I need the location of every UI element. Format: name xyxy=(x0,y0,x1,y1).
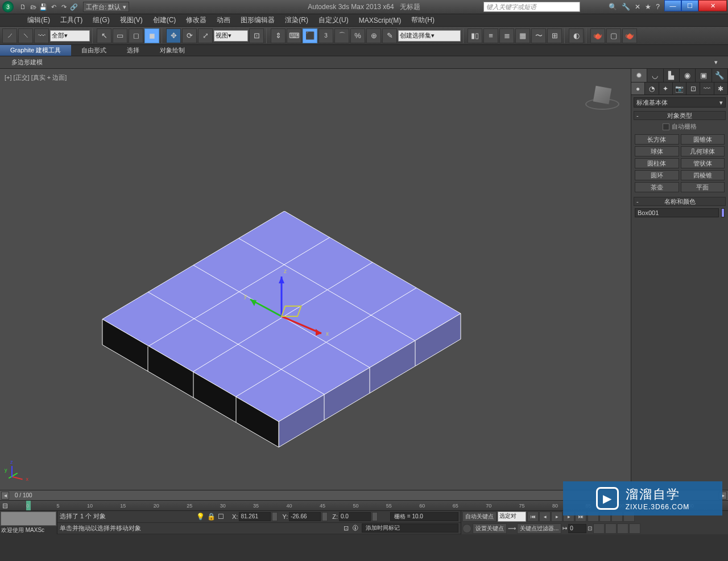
save-icon[interactable]: 💾 xyxy=(39,2,48,11)
select-region-icon[interactable]: ◻ xyxy=(129,28,143,43)
layer-manager-icon[interactable]: ≣ xyxy=(499,28,514,43)
select-manipulate-icon[interactable]: ⇕ xyxy=(271,28,286,43)
btn-box[interactable]: 长方体 xyxy=(635,134,679,145)
create-helpers-icon[interactable]: ⊡ xyxy=(686,82,700,94)
minimize-button[interactable]: — xyxy=(664,0,681,11)
play-icon[interactable]: ▸ xyxy=(551,512,562,522)
lock-selection-icon[interactable]: 💡 xyxy=(196,513,205,521)
btn-teapot[interactable]: 茶壶 xyxy=(635,182,679,192)
select-link-icon[interactable]: ⟋ xyxy=(2,28,17,43)
btn-geosphere[interactable]: 几何球体 xyxy=(681,146,725,156)
app-icon[interactable]: 3 xyxy=(2,1,14,13)
create-systems-icon[interactable]: ✱ xyxy=(714,82,728,94)
trackbar-toggle-icon[interactable]: ⊟ xyxy=(2,501,20,510)
setkey-circle-icon[interactable] xyxy=(462,524,471,533)
menu-animation[interactable]: 动画 xyxy=(212,14,235,26)
rollout-object-type[interactable]: 对象类型 xyxy=(634,111,726,120)
menu-group[interactable]: 组(G) xyxy=(88,14,114,26)
key-icon[interactable]: 🔧 xyxy=(622,3,630,11)
panel-tab-motion-icon[interactable]: ◉ xyxy=(680,69,696,82)
ribbon-tab-selection[interactable]: 选择 xyxy=(117,45,150,56)
search-icon[interactable]: 🔍 xyxy=(609,3,617,11)
select-object-icon[interactable]: ↖ xyxy=(97,28,111,43)
keyboard-shortcut-icon[interactable]: ⌨ xyxy=(287,28,301,43)
nav-maximize-icon[interactable] xyxy=(629,523,640,534)
named-selection-dropdown[interactable]: 创建选择集 ▾ xyxy=(398,30,461,42)
create-spacewarps-icon[interactable]: 〰 xyxy=(700,82,714,94)
menu-views[interactable]: 视图(V) xyxy=(115,14,147,26)
time-config-icon[interactable]: ⊡ xyxy=(588,525,592,531)
snaps-toggle-icon[interactable]: ⬛ xyxy=(303,28,317,43)
create-geometry-icon[interactable]: ● xyxy=(631,82,645,94)
rollout-name-color[interactable]: 名称和颜色 xyxy=(634,197,726,206)
material-preview-swatch[interactable] xyxy=(1,512,56,526)
spinner-x[interactable] xyxy=(272,512,278,521)
keymode-dropdown[interactable]: 选定对 xyxy=(498,512,526,522)
create-cameras-icon[interactable]: 📷 xyxy=(673,82,686,94)
window-crossing-icon[interactable]: ◼ xyxy=(144,28,159,43)
menu-help[interactable]: 帮助(H) xyxy=(407,14,439,26)
panel-tab-utilities-icon[interactable]: 🔧 xyxy=(712,69,728,82)
panel-tab-hierarchy-icon[interactable]: ▙ xyxy=(664,69,680,82)
render-icon[interactable]: 🫖 xyxy=(622,28,637,43)
viewcube[interactable] xyxy=(585,80,619,114)
open-icon[interactable]: 🗁 xyxy=(28,2,38,11)
favorite-icon[interactable]: ★ xyxy=(645,3,651,11)
coord-z[interactable]: 0.0 xyxy=(339,512,371,521)
prev-frame-icon[interactable]: ◂ xyxy=(539,512,551,522)
select-name-icon[interactable]: ▭ xyxy=(113,28,127,43)
btn-sphere[interactable]: 球体 xyxy=(635,146,679,156)
close-button[interactable]: ✕ xyxy=(698,0,727,11)
menu-maxscript[interactable]: MAXScript(M) xyxy=(354,15,406,26)
menu-create[interactable]: 创建(C) xyxy=(148,14,181,26)
workspace-dropdown[interactable]: 工作台: 默认 ▾ xyxy=(83,2,129,12)
isolate-icon[interactable]: ☐ xyxy=(218,513,224,521)
percent-snap-icon[interactable]: ⌒ xyxy=(334,28,349,43)
btn-cone[interactable]: 圆锥体 xyxy=(681,134,725,145)
coord-x[interactable]: 81.261 xyxy=(239,512,271,521)
category-dropdown[interactable]: 标准基本体▾ xyxy=(634,97,726,108)
spinner-snap-icon[interactable]: % xyxy=(350,28,365,43)
redo-icon[interactable]: ↷ xyxy=(59,2,68,11)
rendered-frame-icon[interactable]: ▢ xyxy=(606,28,621,43)
panel-tab-create-icon[interactable]: ✹ xyxy=(631,69,647,82)
autogrid-checkbox[interactable] xyxy=(663,123,669,130)
graphite-panel-icon[interactable]: ▦ xyxy=(515,28,530,43)
create-shapes-icon[interactable]: ◔ xyxy=(645,82,659,94)
setkey-button[interactable]: 设置关键点 xyxy=(473,523,507,534)
mirror-icon[interactable]: ▮▯ xyxy=(468,28,482,43)
panel-tab-modify-icon[interactable]: ◡ xyxy=(647,69,663,82)
use-center-icon[interactable]: ⊡ xyxy=(249,28,264,43)
select-rotate-icon[interactable]: ⟳ xyxy=(182,28,197,43)
ribbon-tab-freeform[interactable]: 自由形式 xyxy=(71,45,117,56)
menu-grapheditors[interactable]: 图形编辑器 xyxy=(236,14,279,26)
ribbon-collapse-icon[interactable]: ▾ xyxy=(708,57,725,67)
viewport-label[interactable]: [+] [正交] [真实 + 边面] xyxy=(5,73,67,82)
btn-plane[interactable]: 平面 xyxy=(681,182,725,192)
link-icon[interactable]: 🔗 xyxy=(69,2,78,11)
nav-walk-icon[interactable] xyxy=(605,523,617,534)
spinner-z[interactable] xyxy=(372,512,378,521)
exchange-icon[interactable]: ✕ xyxy=(635,3,640,11)
object-name-input[interactable] xyxy=(635,208,719,217)
edit-named-sel-icon[interactable]: ⊕ xyxy=(366,28,381,43)
current-frame-input[interactable]: 0 xyxy=(568,524,586,533)
frame-indicator[interactable]: 0 / 100 xyxy=(15,492,32,498)
menu-rendering[interactable]: 渲染(R) xyxy=(280,14,313,26)
refcoord-dropdown[interactable]: 视图 ▾ xyxy=(214,30,248,42)
create-lights-icon[interactable]: ✦ xyxy=(659,82,673,94)
help-icon[interactable]: ? xyxy=(656,3,660,11)
lock-icon[interactable]: 🔒 xyxy=(207,513,216,521)
angle-snap-icon[interactable]: 3 xyxy=(318,28,333,43)
object-color-swatch[interactable] xyxy=(721,208,725,217)
add-time-tag[interactable]: 添加时间标记 xyxy=(362,523,458,533)
scroll-left-icon[interactable]: ◂ xyxy=(1,492,9,500)
key-tangent-icon[interactable]: ↦ xyxy=(562,525,567,531)
btn-pyramid[interactable]: 四棱锥 xyxy=(681,170,725,180)
render-setup-icon[interactable]: 🫖 xyxy=(590,28,605,43)
nav-pan-icon[interactable] xyxy=(593,523,605,534)
maximize-button[interactable]: ☐ xyxy=(681,0,698,11)
viewport[interactable]: [+] [正交] [真实 + 边面] xyxy=(0,69,631,490)
ribbon-sub-polymodeling[interactable]: 多边形建模 xyxy=(5,57,49,68)
material-editor-icon[interactable]: ◐ xyxy=(569,28,584,43)
